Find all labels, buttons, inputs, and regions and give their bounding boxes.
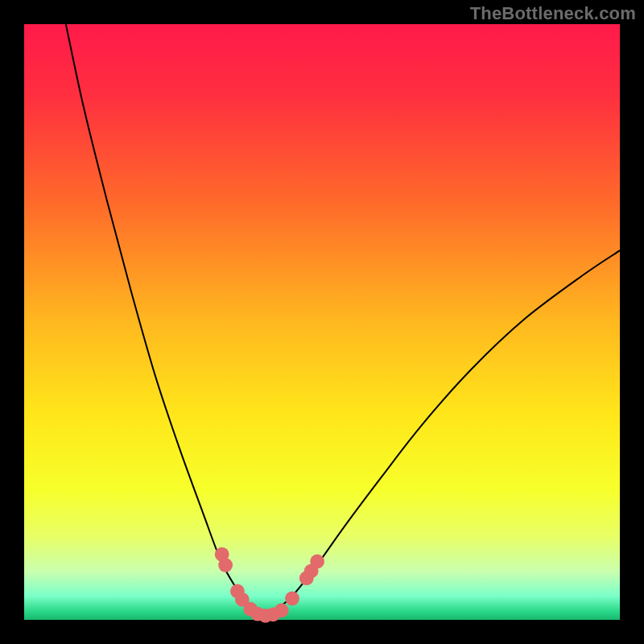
marker-dot	[310, 555, 324, 569]
plot-background	[24, 24, 620, 620]
marker-dot	[275, 603, 289, 617]
chart-frame: TheBottleneck.com	[0, 0, 644, 644]
watermark-text: TheBottleneck.com	[470, 3, 636, 24]
marker-dot	[285, 591, 299, 605]
marker-dot	[218, 558, 233, 572]
bottleneck-chart	[0, 0, 644, 644]
